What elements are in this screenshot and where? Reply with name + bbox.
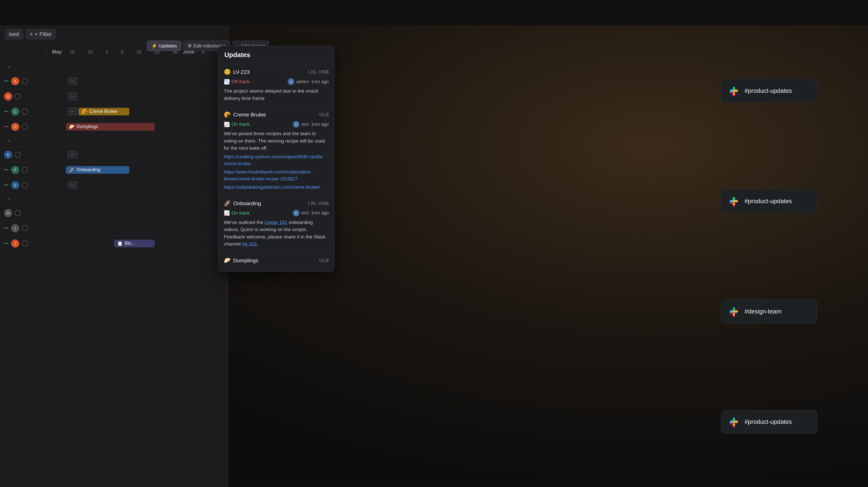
slack-logo-2: [727, 195, 741, 208]
creme-link-1[interactable]: https://cooking.nytimes.com/recipes/9039…: [224, 153, 329, 167]
update-card-onboarding: 🚀 Onboarding LIN, ONB 📈 On track e erin …: [218, 196, 334, 253]
project-tags-onboarding: LIN, ONB: [308, 201, 329, 206]
card-header-lv223: 😊 LV-223 LIN, ONB: [224, 69, 329, 75]
row-right-1: ←: [63, 74, 228, 88]
update-meta-onboarding: 📈 On track e erin 1mo ago: [224, 210, 329, 217]
update-card-dumplings: 🥟 Dumplings GLB: [218, 253, 334, 271]
status-off-track: 📉 Off track: [224, 79, 249, 85]
status-dot: [22, 124, 28, 130]
slack-channel-name-4: #product-updates: [745, 418, 792, 425]
update-meta-lv223: 📉 Off track a adrien 1mo ago: [224, 78, 329, 85]
avatar: C: [11, 108, 19, 116]
author-lv223: a adrien 1mo ago: [288, 78, 329, 85]
gantt-add-row-2: +: [0, 135, 228, 147]
card-header-creme: 🥐 Creme Brulee GLB: [224, 111, 329, 118]
update-card-creme-brulee: 🥐 Creme Brulee GLB 📈 On track e erin 1mo…: [218, 107, 334, 196]
status-dot: [15, 152, 21, 158]
add-project-btn-3[interactable]: +: [5, 195, 13, 204]
project-icon-dumplings: 🥟: [224, 257, 231, 264]
card-header-dumplings: 🥟 Dumplings GLB: [224, 257, 329, 264]
table-row: 〜 I: [0, 221, 228, 236]
updates-toolbar-btn[interactable]: ⚡ Updates: [147, 40, 181, 51]
row-right-10: 📋 Blo...: [63, 236, 228, 251]
update-body-onboarding: We've outlined the Linear 101 onboarding…: [224, 219, 329, 248]
dumplings-icon: 🥟: [69, 124, 74, 130]
onboarding-label: Onboarding: [76, 167, 100, 172]
status-on-track: 📈 On track: [224, 121, 250, 127]
pulse-icon: 〜: [4, 167, 9, 173]
plus-icon: +: [30, 31, 33, 37]
avatar: F: [11, 166, 19, 174]
status-dot: [15, 210, 21, 216]
slack-channel-2[interactable]: #product-updates: [721, 189, 817, 213]
gantt-add-row-1: +: [0, 61, 228, 74]
slack-channel-3[interactable]: #design-team: [721, 299, 817, 323]
row-left-2: B: [0, 89, 63, 104]
row-left-4: 〜 D: [0, 119, 63, 134]
add-project-btn-1[interactable]: +: [5, 63, 13, 72]
gear-icon: ⚙: [188, 43, 192, 49]
table-row: 〜 J 📋 Blo...: [0, 236, 228, 251]
back-button[interactable]: ←: [67, 108, 78, 115]
creme-icon: 🥐: [82, 109, 87, 114]
table-row: E ←: [0, 147, 228, 162]
blog-icon: 📋: [117, 241, 123, 246]
gantt-add-row-3: +: [0, 193, 228, 205]
author-avatar: e: [293, 121, 300, 127]
table-row: B ←: [0, 89, 228, 104]
status-dot: [22, 167, 28, 173]
status-dot: [22, 109, 28, 115]
row-right-2: ←: [63, 89, 228, 104]
row-left-5: E: [0, 147, 63, 162]
avatar: A: [11, 77, 19, 85]
avatar: E: [4, 151, 12, 159]
slack-channel-4[interactable]: #product-updates: [721, 410, 817, 434]
row-left-10: 〜 J: [0, 236, 63, 251]
status-dot: [22, 78, 28, 84]
linear-101-link[interactable]: Linear 101: [265, 220, 287, 225]
project-name-lv223: 😊 LV-223: [224, 69, 250, 75]
slack-logo-4: [727, 415, 741, 428]
creme-link-3[interactable]: https://sallysbakingaddiction.com/creme-…: [224, 184, 329, 191]
dumplings-bar[interactable]: 🥟 Dumplings: [66, 123, 155, 131]
back-button[interactable]: ←: [67, 77, 78, 85]
back-button[interactable]: ←: [67, 92, 78, 100]
slack-channel-1[interactable]: #product-updates: [721, 79, 817, 103]
onboarding-bar[interactable]: 🚀 Onboarding: [66, 166, 129, 174]
row-left-1: 〜 A: [0, 74, 63, 88]
creme-brulee-bar[interactable]: 🥐 Creme Brulee: [79, 108, 129, 115]
table-row: 〜 A ←: [0, 74, 228, 89]
updates-panel-header: Updates: [218, 46, 334, 64]
pulse-icon: 〜: [4, 78, 9, 84]
gantt-panel: ised + + Filter May 18 25 2 9 16 23 30: [0, 25, 228, 487]
table-row: 〜 F ← 🚀 Onboarding: [0, 162, 228, 177]
status-dot: [15, 93, 21, 99]
avatar: D: [11, 123, 19, 131]
blog-bar[interactable]: 📋 Blo...: [114, 240, 155, 247]
project-name-creme: 🥐 Creme Brulee: [224, 111, 266, 118]
off-track-icon: 📉: [224, 79, 230, 85]
add-project-btn-2[interactable]: +: [5, 136, 13, 145]
p-101-link[interactable]: #p-101: [242, 241, 257, 247]
avatar: I: [11, 224, 19, 232]
updates-container: ⚡ Updates ⚙ Edit milestones + Add projec…: [109, 40, 269, 54]
slack-logo-1: [727, 84, 741, 97]
creme-link-2[interactable]: https://www.foodnetwork.com/recipes/alto…: [224, 169, 329, 182]
slack-channel-name-3: #design-team: [745, 308, 781, 315]
filter-button[interactable]: + + Filter: [26, 29, 56, 39]
bar-label: Dumplings: [76, 124, 98, 130]
row-left-9: 〜 I: [0, 221, 63, 236]
avatar: B: [4, 92, 12, 101]
back-button[interactable]: ←: [67, 181, 78, 189]
project-tags-dumplings: GLB: [319, 258, 329, 263]
pulse-icon: 〜: [4, 109, 9, 115]
status-filter-chip[interactable]: ised: [5, 29, 23, 39]
project-icon-creme: 🥐: [224, 111, 231, 118]
gantt-rows: + 〜 A ← B ←: [0, 61, 228, 251]
row-right-8: [63, 205, 228, 221]
main-area: ised + + Filter May 18 25 2 9 16 23 30: [0, 25, 868, 487]
back-button[interactable]: ←: [67, 151, 78, 159]
top-bar: [0, 0, 868, 25]
pulse-icon-red: 〜: [4, 124, 9, 130]
project-icon-lv223: 😊: [224, 69, 231, 75]
